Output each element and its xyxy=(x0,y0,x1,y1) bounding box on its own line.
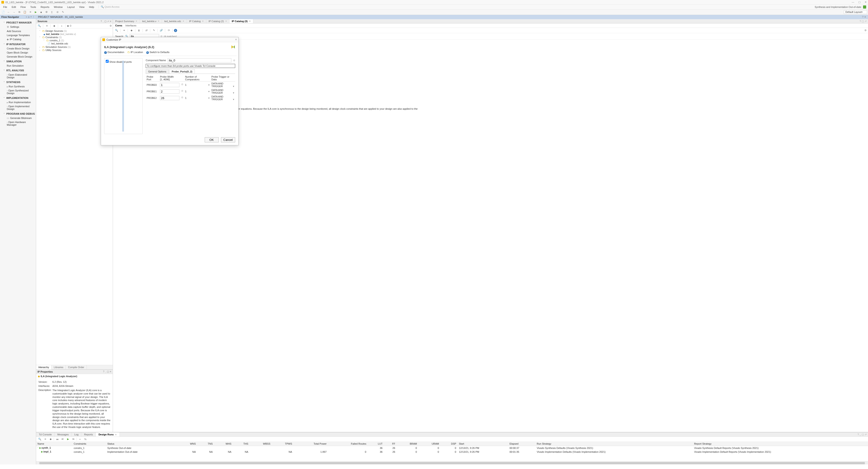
ipc-link-icon[interactable]: 🔗 xyxy=(159,28,163,33)
section-project-manager[interactable]: PROJECT MANAGER xyxy=(0,20,36,25)
gear-icon[interactable]: ⚙ xyxy=(110,24,112,27)
tab-led-twinkle-v[interactable]: led_twinkle.v✕ xyxy=(140,19,162,23)
nav-open-impl[interactable]: Open Implemented Design xyxy=(0,104,36,111)
sort-icon[interactable]: ◆ xyxy=(52,24,57,28)
section-rtl[interactable]: RTL ANALYSIS xyxy=(0,68,36,73)
nav-gen-bd[interactable]: Generate Block Design xyxy=(0,55,36,59)
nav-run-synth[interactable]: Run Synthesis xyxy=(0,85,36,89)
runs-next-icon[interactable]: ≫ xyxy=(71,437,76,441)
runs-percent-icon[interactable]: % xyxy=(83,437,88,441)
minimize-icon[interactable]: — xyxy=(852,1,854,4)
tab-general-options[interactable]: General Options xyxy=(146,69,169,74)
cancel-button[interactable]: Cancel xyxy=(221,137,236,142)
menu-tools[interactable]: Tools xyxy=(28,6,38,8)
nav-open-bd[interactable]: Open Block Design xyxy=(0,51,36,55)
menu-reports[interactable]: Reports xyxy=(38,6,52,8)
runs-prev-icon[interactable]: ≪ xyxy=(60,437,65,441)
table-row[interactable]: ▶impl_1 constrs_1Implementation Out-of-d… xyxy=(36,450,868,454)
ipc-refresh-icon[interactable]: ⟳ xyxy=(166,28,171,33)
probe2-width-input[interactable] xyxy=(160,96,179,100)
show-disabled-checkbox[interactable]: Show disabled ports xyxy=(106,61,132,63)
forward-icon[interactable]: → xyxy=(12,10,16,14)
back-icon[interactable]: ← xyxy=(6,10,11,14)
tab-log[interactable]: Log xyxy=(72,432,81,436)
nav-open-synth[interactable]: Open Synthesized Design xyxy=(0,89,36,95)
nav-run-sim[interactable]: Run Simulation xyxy=(0,64,36,68)
menu-view[interactable]: View xyxy=(77,6,87,8)
sigma-icon[interactable]: Σ xyxy=(50,10,54,14)
link-ip-location[interactable]: 🗀 IP Location xyxy=(127,51,143,54)
runs-add-icon[interactable]: + xyxy=(78,437,82,441)
tab-tcl-console[interactable]: Tcl Console xyxy=(36,432,55,436)
menu-file[interactable]: File xyxy=(1,6,9,8)
tab-ip-catalog-2[interactable]: IP Catalog (2)✕ xyxy=(206,19,229,23)
nav-open-hw[interactable]: Open Hardware Manager xyxy=(0,120,36,127)
led-twinkle-file[interactable]: ● led_twinkle (led_twinkle.v) xyxy=(37,33,112,36)
runs-sort-icon[interactable]: ◆ xyxy=(48,437,53,441)
tab-libraries[interactable]: Libraries xyxy=(52,365,66,369)
ipc-search-icon[interactable]: 🔍 xyxy=(114,28,119,33)
collapse-icon[interactable]: ≡ xyxy=(26,16,27,18)
ipc-collapse-icon[interactable]: ≑ xyxy=(122,28,126,33)
tab-ip-catalog[interactable]: IP Catalog✕ xyxy=(187,19,206,23)
pin-icon[interactable]: ◇ xyxy=(28,16,30,18)
help-icon[interactable]: ? xyxy=(31,16,32,18)
nav-add-sources[interactable]: Add Sources xyxy=(0,29,36,33)
subbar-cores[interactable]: Cores xyxy=(115,24,122,27)
ipc-gear-icon[interactable]: ⚙ xyxy=(864,29,867,32)
ipc-edit-icon[interactable]: ✎ xyxy=(152,28,156,33)
close-panel-icon[interactable]: ⋮ xyxy=(33,16,35,18)
search-icon[interactable]: 🔍 xyxy=(37,24,41,28)
tab-hierarchy[interactable]: Hierarchy xyxy=(36,365,52,369)
probe1-width-input[interactable] xyxy=(160,89,179,94)
maximize-icon[interactable]: ▢ xyxy=(858,1,861,4)
cancel-run-icon[interactable]: ⊘ xyxy=(55,10,60,14)
menu-window[interactable]: Window xyxy=(52,6,65,8)
nav-settings[interactable]: ⚙ Settings xyxy=(0,25,36,29)
nav-create-bd[interactable]: Create Block Design xyxy=(0,46,36,51)
tab-reports[interactable]: Reports xyxy=(81,432,96,436)
copy-icon[interactable]: ⧉ xyxy=(17,10,22,14)
tab-probe-ports[interactable]: Probe_Ports(0..2) xyxy=(169,69,195,74)
section-simulation[interactable]: SIMULATION xyxy=(0,59,36,64)
info-icon[interactable]: i xyxy=(174,29,177,32)
section-implementation[interactable]: IMPLEMENTATION xyxy=(0,95,36,100)
delete-icon[interactable]: ✕ xyxy=(28,10,33,14)
tab-messages[interactable]: Messages xyxy=(55,432,72,436)
design-sources-node[interactable]: ˅ 🗀 Design Sources (1) xyxy=(37,29,112,33)
ok-button[interactable]: OK xyxy=(205,137,219,142)
paste-icon[interactable]: 📋 xyxy=(23,10,27,14)
dialog-close-icon[interactable]: ✕ xyxy=(235,38,237,41)
probe0-width-input[interactable] xyxy=(160,83,179,87)
h-scrollbar[interactable] xyxy=(36,461,868,465)
tab-led-twinkle-xdc[interactable]: led_twinkle.xdc✕ xyxy=(162,19,187,23)
runs-reset-icon[interactable]: ⏮ xyxy=(55,437,59,441)
subbar-interfaces[interactable]: Interfaces xyxy=(125,24,136,27)
ipc-filter-icon[interactable]: ⧗ xyxy=(137,28,141,33)
runs-play-icon[interactable]: ▶ xyxy=(66,437,70,441)
nav-run-impl[interactable]: Run Implementation xyxy=(0,100,36,104)
table-row[interactable]: ▶synth_1 constrs_1Synthesis Out-of-date … xyxy=(36,446,868,450)
tab-project-summary[interactable]: Project Summary✕ xyxy=(113,19,140,23)
section-synthesis[interactable]: SYNTHESIS xyxy=(0,79,36,85)
menu-help[interactable]: Help xyxy=(87,6,96,8)
runs-search-icon[interactable]: 🔍 xyxy=(37,437,42,441)
stack-icon[interactable]: ◉ 0 xyxy=(67,24,71,28)
find-icon[interactable]: ✎ xyxy=(61,10,65,14)
section-ip-integrator[interactable]: IP INTEGRATOR xyxy=(0,41,36,46)
link-documentation[interactable]: iDocumentation xyxy=(104,51,124,54)
add-icon[interactable]: + xyxy=(59,24,64,28)
menu-flow[interactable]: Flow xyxy=(18,6,28,8)
close-icon[interactable]: ✕ xyxy=(865,1,867,4)
ipc-sort-icon[interactable]: ◆ xyxy=(129,28,134,33)
menu-layout[interactable]: Layout xyxy=(65,6,77,8)
stop-icon[interactable]: ■ xyxy=(39,10,43,14)
tab-ip-catalog-3[interactable]: IP Catalog (3)✕ xyxy=(229,19,253,23)
quick-access-input[interactable]: 🔍 Quick Access xyxy=(98,5,120,8)
nav-lang-templates[interactable]: Language Templates xyxy=(0,33,36,37)
tab-design-runs[interactable]: Design Runs✕ xyxy=(96,432,120,436)
component-name-input[interactable] xyxy=(167,58,231,63)
section-program-debug[interactable]: PROGRAM AND DEBUG xyxy=(0,111,36,116)
nav-ip-catalog[interactable]: ◆ IP Catalog xyxy=(0,37,36,41)
ipc-group-icon[interactable]: ⇄ xyxy=(144,28,149,33)
